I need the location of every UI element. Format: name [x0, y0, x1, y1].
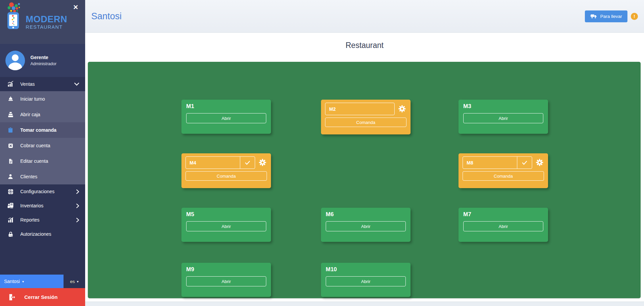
logout-door-icon [8, 294, 16, 301]
table-card-m2: Comanda [321, 100, 411, 134]
comanda-button-m2[interactable]: Comanda [325, 118, 406, 127]
inventory-boxes-icon [7, 202, 14, 209]
para-llevar-button[interactable]: Para llevar [585, 10, 627, 22]
table-label: M7 [463, 211, 543, 218]
padlock-icon [7, 230, 14, 238]
table-name-input-group [325, 103, 395, 115]
abrir-button-m10[interactable]: Abrir [326, 276, 406, 286]
table-card-m9: M9 Abrir [181, 263, 271, 297]
table-card-m10: M10 Abrir [321, 263, 411, 297]
page-title: Santosi [91, 11, 122, 22]
cash-register-icon [7, 111, 14, 118]
sidebar-item-autorizaciones[interactable]: Autorizaciones [0, 227, 85, 241]
restaurant-floor: M1 Abrir [88, 62, 641, 298]
abrir-button-m9[interactable]: Abrir [186, 276, 266, 286]
sidebar-item-abrir-caja[interactable]: Abrir caja [0, 107, 85, 122]
logout-label: Cerrar Sesión [24, 294, 57, 300]
footer-strip [85, 302, 644, 306]
table-card-m8: Comanda [459, 153, 548, 188]
table-name-input-group [463, 156, 532, 169]
table-card-m5: M5 Abrir [181, 208, 271, 242]
language-selector-label: es [70, 279, 75, 284]
table-name-input-m4[interactable] [186, 157, 240, 169]
sidebar-item-label: Clientes [20, 174, 38, 179]
chevron-down-icon [74, 83, 79, 86]
comanda-button-m4[interactable]: Comanda [185, 171, 267, 181]
sidebar-item-iniciar-turno[interactable]: Iniciar turno [0, 91, 85, 107]
restaurant-selector-label: Santosi [4, 279, 20, 284]
sidebar-item-label: Configuraciones [20, 189, 54, 194]
sidebar-item-label: Reportes [20, 217, 40, 223]
sidebar-item-label: Ventas [20, 81, 35, 87]
caret-down-icon: ▾ [77, 280, 79, 283]
table-label: M6 [326, 211, 406, 218]
sidebar-item-label: Editar cuenta [20, 158, 48, 164]
logo-line1: MODERN [26, 15, 67, 24]
close-sidebar-button[interactable]: ✕ [73, 4, 78, 10]
sidebar-item-label: Cobrar cuenta [20, 143, 50, 148]
gear-icon[interactable] [535, 158, 544, 167]
table-name-input-group [185, 156, 255, 169]
main-content: Restaurant M1 Abrir [85, 33, 644, 306]
sidebar-filler [0, 241, 85, 275]
sidebar-item-tomar-comanda[interactable]: Tomar comanda [0, 122, 85, 138]
table-name-input-m8[interactable] [463, 157, 517, 169]
sidebar-item-label: Abrir caja [20, 112, 40, 117]
sidebar-item-ventas[interactable]: Ventas [0, 77, 85, 91]
confirm-check-button[interactable] [240, 157, 255, 169]
table-name-input-m2[interactable] [325, 103, 394, 115]
info-badge-icon[interactable]: ! [631, 13, 638, 20]
topbar: Santosi Para llevar ! [85, 0, 644, 33]
restaurant-selector[interactable]: Santosi ▾ [0, 275, 64, 288]
para-llevar-label: Para llevar [600, 14, 622, 19]
comanda-button-m8[interactable]: Comanda [463, 171, 544, 181]
sidebar-item-cobrar-cuenta[interactable]: Cobrar cuenta [0, 138, 85, 153]
chevron-right-icon [76, 218, 79, 222]
sidebar-item-label: Iniciar turno [20, 96, 45, 102]
logo-line2: RESTAURANT [26, 25, 67, 30]
sales-chart-icon [7, 80, 14, 88]
shift-bell-icon [7, 95, 14, 103]
abrir-button-m3[interactable]: Abrir [463, 113, 543, 123]
sidebar-item-label: Autorizaciones [20, 231, 51, 237]
sidebar-item-label: Tomar comanda [20, 127, 56, 133]
confirm-check-button[interactable] [517, 157, 532, 169]
sidebar-item-reportes[interactable]: Reportes [0, 213, 85, 227]
square-x-icon [7, 142, 14, 149]
table-card-m4: Comanda [181, 153, 271, 188]
user-name: Gerente [30, 55, 56, 60]
chevron-right-icon [76, 204, 79, 208]
sidebar-item-inventarios[interactable]: Inventarios [0, 199, 85, 213]
document-icon [7, 157, 14, 165]
abrir-button-m7[interactable]: Abrir [463, 221, 543, 231]
language-selector[interactable]: es ▾ [64, 275, 85, 288]
topbar-actions: Para llevar ! [585, 10, 638, 22]
user-role: Administrador [30, 61, 56, 66]
table-card-m3: M3 Abrir [459, 100, 548, 134]
table-label: M1 [186, 103, 266, 110]
table-label: M9 [186, 266, 266, 273]
abrir-button-m6[interactable]: Abrir [326, 221, 406, 231]
calculator-icon [7, 188, 14, 195]
clipboard-icon [7, 126, 14, 134]
gear-icon[interactable] [258, 158, 267, 167]
table-card-m1: M1 Abrir [181, 100, 271, 134]
modern-restaurant-logo-icon [5, 2, 25, 30]
logo-area: MODERN RESTAURANT ✕ [0, 0, 85, 44]
abrir-button-m1[interactable]: Abrir [186, 113, 266, 123]
sidebar: MODERN RESTAURANT ✕ Gerente Administrado… [0, 0, 85, 306]
report-chart-icon [7, 216, 14, 224]
caret-down-icon: ▾ [22, 280, 24, 283]
person-icon [7, 173, 14, 180]
logout-button[interactable]: Cerrar Sesión [0, 288, 85, 306]
abrir-button-m5[interactable]: Abrir [186, 221, 266, 231]
avatar [5, 51, 25, 70]
user-profile: Gerente Administrador [0, 44, 85, 77]
sidebar-item-editar-cuenta[interactable]: Editar cuenta [0, 153, 85, 169]
sidebar-item-configuraciones[interactable]: Configuraciones [0, 184, 85, 199]
truck-icon [590, 14, 597, 19]
table-label: M5 [186, 211, 266, 218]
table-card-m6: M6 Abrir [321, 208, 411, 242]
gear-icon[interactable] [398, 105, 406, 113]
sidebar-item-clientes[interactable]: Clientes [0, 169, 85, 184]
